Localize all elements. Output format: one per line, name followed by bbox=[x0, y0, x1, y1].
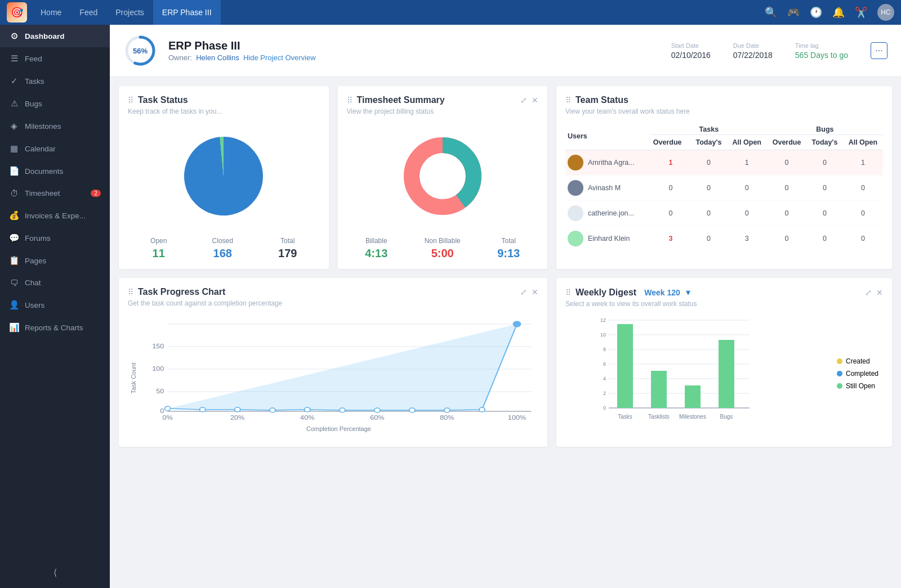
weekly-digest-close-button[interactable]: ✕ bbox=[876, 288, 883, 297]
sidebar-item-calendar[interactable]: ▦ Calendar bbox=[0, 137, 110, 160]
team-status-title: Team Status bbox=[576, 95, 628, 105]
timesheet-expand-button[interactable]: ⤢ bbox=[520, 96, 527, 105]
x-axis-label: Completion Percentage bbox=[139, 425, 538, 432]
tasks-allopen-header: All Open bbox=[727, 135, 767, 150]
main-content: 56% ERP Phase III Owner: Helen Collins H… bbox=[110, 25, 901, 588]
svg-point-20 bbox=[340, 408, 345, 412]
scissors-icon[interactable]: ✂️ bbox=[855, 6, 867, 19]
user-avatar bbox=[568, 231, 583, 246]
bug-overdue: 0 bbox=[767, 201, 806, 226]
sidebar-label-invoices: Invoices & Expe... bbox=[25, 212, 86, 220]
task-status-subtitle: Keep track of the tasks in you... bbox=[128, 107, 320, 115]
legend-still-open: Still Open bbox=[837, 382, 878, 390]
weekly-digest-svg: 0 2 4 6 8 10 12 Tasks Task bbox=[565, 315, 832, 427]
svg-text:40%: 40% bbox=[300, 415, 314, 421]
gamepad-icon[interactable]: 🎮 bbox=[787, 6, 800, 19]
completed-legend-label: Completed bbox=[846, 370, 878, 378]
svg-text:12: 12 bbox=[600, 317, 606, 323]
bug-allopen: 0 bbox=[843, 226, 883, 252]
collapse-sidebar-button[interactable]: ⟨ bbox=[6, 563, 104, 582]
task-progress-header: ⠿ Task Progress Chart ⤢ ✕ bbox=[128, 287, 538, 297]
owner-name: Helen Collins bbox=[196, 53, 239, 62]
svg-rect-50 bbox=[685, 385, 701, 408]
users-col-header: Users bbox=[565, 122, 651, 150]
sidebar-item-reports[interactable]: 📊 Reports & Charts bbox=[0, 316, 110, 339]
timesheet-close-button[interactable]: ✕ bbox=[532, 96, 538, 105]
search-icon[interactable]: 🔍 bbox=[765, 6, 777, 19]
reports-icon: 📊 bbox=[9, 322, 19, 333]
sidebar-label-feed: Feed bbox=[25, 55, 42, 63]
timesheet-subtitle: View the project billing status bbox=[347, 107, 539, 115]
task-progress-close-button[interactable]: ✕ bbox=[532, 288, 538, 297]
tasks-icon: ✓ bbox=[9, 76, 19, 86]
week-dropdown-button[interactable]: ▾ bbox=[686, 287, 690, 298]
sidebar-item-pages[interactable]: 📋 Pages bbox=[0, 249, 110, 272]
nav-projects[interactable]: Projects bbox=[106, 0, 153, 25]
sidebar-item-chat[interactable]: 🗨 Chat bbox=[0, 272, 110, 294]
sidebar-item-bugs[interactable]: ⚠ Bugs bbox=[0, 92, 110, 115]
svg-rect-52 bbox=[719, 340, 734, 408]
task-overdue: 0 bbox=[651, 201, 690, 226]
task-overdue: 0 bbox=[651, 176, 690, 201]
bug-allopen: 0 bbox=[843, 176, 883, 201]
task-progress-expand-button[interactable]: ⤢ bbox=[520, 288, 527, 297]
sidebar-item-timesheet[interactable]: ⏱ Timesheet 2 bbox=[0, 182, 110, 204]
task-progress-chart-area: Task Count 0 50 bbox=[128, 314, 538, 438]
weekly-digest-chart-area: 0 2 4 6 8 10 12 Tasks Task bbox=[565, 315, 883, 433]
bugs-todays-header: Today's bbox=[806, 135, 842, 150]
bell-icon[interactable]: 🔔 bbox=[832, 6, 845, 19]
nav-erp-phase[interactable]: ERP Phase III bbox=[153, 0, 221, 25]
pages-icon: 📋 bbox=[9, 255, 19, 266]
user-name: Amritha Agra... bbox=[588, 159, 635, 167]
svg-text:150: 150 bbox=[152, 343, 164, 349]
drag-icon: ⠿ bbox=[128, 288, 133, 297]
svg-point-18 bbox=[270, 408, 275, 412]
sidebar-item-milestones[interactable]: ◈ Milestones bbox=[0, 115, 110, 137]
nav-feed[interactable]: Feed bbox=[70, 0, 106, 25]
timesheet-chart bbox=[347, 122, 539, 230]
bug-overdue: 0 bbox=[767, 226, 806, 252]
timesheet-actions: ⤢ ✕ bbox=[520, 96, 538, 105]
svg-text:60%: 60% bbox=[370, 415, 384, 421]
sidebar-label-calendar: Calendar bbox=[25, 145, 56, 153]
timesheet-title: Timesheet Summary bbox=[357, 95, 445, 105]
drag-icon: ⠿ bbox=[347, 96, 353, 105]
task-overdue: 3 bbox=[651, 226, 690, 252]
sidebar-item-documents[interactable]: 📄 Documents bbox=[0, 160, 110, 182]
drag-icon: ⠿ bbox=[565, 288, 571, 297]
sidebar-item-feed[interactable]: ☰ Feed bbox=[0, 47, 110, 70]
user-avatar bbox=[568, 205, 583, 221]
app-logo[interactable]: 🎯 bbox=[7, 2, 27, 23]
weekly-digest-widget: ⠿ Weekly Digest Week 120 ▾ ⤢ ✕ Select a … bbox=[556, 278, 892, 447]
hide-overview-link[interactable]: Hide Project Overview bbox=[243, 53, 316, 62]
user-avatar[interactable]: HC bbox=[877, 4, 894, 21]
nav-home[interactable]: Home bbox=[32, 0, 70, 25]
task-progress-title: Task Progress Chart bbox=[138, 287, 225, 297]
weekly-digest-expand-button[interactable]: ⤢ bbox=[865, 288, 872, 297]
still-open-legend-dot bbox=[837, 383, 842, 389]
sidebar-label-chat: Chat bbox=[25, 279, 41, 287]
clock-icon[interactable]: 🕐 bbox=[810, 6, 822, 19]
sidebar-item-tasks[interactable]: ✓ Tasks bbox=[0, 70, 110, 92]
user-name: catherine.jon... bbox=[588, 209, 634, 217]
project-header: 56% ERP Phase III Owner: Helen Collins H… bbox=[110, 25, 901, 77]
svg-text:8: 8 bbox=[603, 347, 606, 352]
sidebar-item-dashboard[interactable]: ⊙ Dashboard bbox=[0, 25, 110, 47]
timesheet-total-stat: Total 9:13 bbox=[497, 237, 520, 260]
sidebar-item-invoices[interactable]: 💰 Invoices & Expe... bbox=[0, 204, 110, 227]
calendar-icon: ▦ bbox=[9, 143, 19, 154]
svg-point-19 bbox=[305, 407, 310, 412]
team-status-header: ⠿ Team Status bbox=[565, 95, 883, 105]
team-status-table: Users Tasks Bugs Overdue Today's All Ope… bbox=[565, 122, 883, 252]
time-lag-value: 565 Days to go bbox=[795, 51, 848, 60]
non-billable-stat: Non Billable 5:00 bbox=[425, 237, 461, 260]
start-date-meta: Start Date 02/10/2016 bbox=[671, 42, 711, 60]
sidebar-item-users[interactable]: 👤 Users bbox=[0, 294, 110, 316]
more-options-button[interactable]: ··· bbox=[871, 42, 887, 59]
drag-icon: ⠿ bbox=[565, 96, 571, 105]
main-layout: ⊙ Dashboard ☰ Feed ✓ Tasks ⚠ Bugs ◈ Mile… bbox=[0, 25, 901, 588]
still-open-legend-label: Still Open bbox=[846, 382, 875, 390]
sidebar-item-forums[interactable]: 💬 Forums bbox=[0, 227, 110, 249]
user-name: Einhard Klein bbox=[588, 235, 630, 243]
project-owner: Owner: Helen Collins Hide Project Overvi… bbox=[168, 53, 316, 62]
